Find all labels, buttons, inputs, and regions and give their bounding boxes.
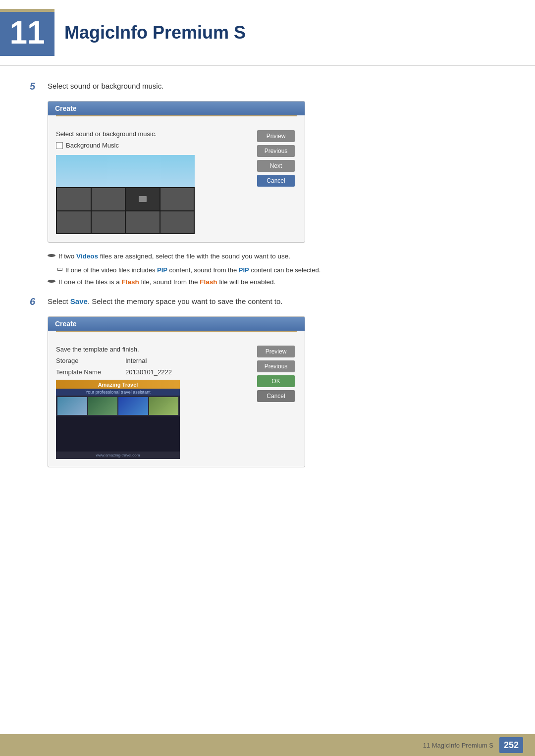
dialog-2-titlebar: Create [48, 317, 305, 331]
chapter-title: MagicInfo Premium S [64, 22, 246, 43]
dialog-1-buttons: Priview Previous Next Cancel [257, 130, 297, 234]
dialog-2: Create Save the template and finish. Sto… [48, 316, 305, 467]
chapter-number: 11 [0, 9, 54, 56]
tile-6 [92, 211, 125, 234]
dialog-2-preview: Amazing Travel Your professional travel … [56, 380, 180, 459]
template-value: 20130101_2222 [125, 368, 172, 376]
preview-button-2[interactable]: Preview [257, 346, 295, 357]
checkbox-label: Background Music [66, 142, 119, 149]
dialog-1-body: Select sound or background music. Backgr… [48, 122, 305, 242]
pa2-subheader-text: Your professional travel assistant [56, 389, 180, 396]
dialog-1-titlebar: Create [48, 101, 305, 115]
bullet-item-2: If one of the files is a Flash file, sou… [48, 277, 355, 287]
footer-text: 11 MagicInfo Premium S [423, 742, 493, 749]
bullet-text-2: If one of the files is a Flash file, sou… [58, 277, 275, 287]
priview-button[interactable]: Priview [257, 130, 295, 142]
storage-row: Storage Internal [56, 357, 252, 364]
footer-page-number: 252 [499, 737, 523, 753]
storage-label: Storage [56, 357, 110, 364]
tile-7 [126, 211, 160, 234]
step-6-row: 6 Select Save. Select the memory space y… [30, 296, 505, 307]
dialog-2-label: Save the template and finish. [56, 346, 252, 353]
preview-sky [56, 155, 195, 190]
bullet-dot-1 [48, 254, 55, 257]
dialog-2-left: Save the template and finish. Storage In… [56, 346, 252, 459]
cancel-button-1[interactable]: Cancel [257, 175, 295, 187]
page-header: 11 MagicInfo Premium S [0, 0, 535, 66]
pa2-header-text: Amazing Travel [56, 380, 180, 389]
pa2-img-1 [57, 397, 87, 415]
previous-button-2[interactable]: Previous [257, 360, 295, 372]
cancel-button-2[interactable]: Cancel [257, 390, 295, 402]
center-icon [139, 196, 147, 202]
bullet-item-1: If two Videos files are assigned, select… [48, 252, 355, 261]
dialog-2-divider [56, 331, 297, 332]
tile-2 [92, 188, 125, 210]
template-label: Template Name [56, 368, 110, 376]
bullet-sub-dot-1 [57, 268, 62, 271]
pa2-footer-text: www.amazing-travel.com [56, 452, 180, 459]
dialog-1-divider [56, 115, 297, 116]
step-5-text: Select sound or background music. [48, 81, 163, 90]
step-6-text: Select Save. Select the memory space you… [48, 296, 282, 305]
pa2-img-3 [118, 397, 148, 415]
bullet-text-1: If two Videos files are assigned, select… [58, 252, 290, 261]
page-footer: 11 MagicInfo Premium S 252 [0, 734, 535, 756]
dialog-1-label: Select sound or background music. [56, 130, 252, 138]
step-5-row: 5 Select sound or background music. [30, 81, 505, 92]
step-6-number: 6 [30, 296, 48, 307]
dialog-1-left: Select sound or background music. Backgr… [56, 130, 252, 234]
tile-4 [160, 188, 194, 210]
dialog-2-body: Save the template and finish. Storage In… [48, 338, 305, 467]
ok-button[interactable]: OK [257, 375, 295, 387]
tile-5 [57, 211, 91, 234]
page-content: 5 Select sound or background music. Crea… [0, 81, 535, 467]
bullet-sub-1: If one of the video files includes PIP c… [57, 265, 355, 275]
bullet-list-1: If two Videos files are assigned, select… [48, 252, 355, 287]
tile-center [126, 188, 160, 210]
dialog-1-preview [56, 155, 195, 234]
dialog-2-buttons: Preview Previous OK Cancel [257, 346, 297, 459]
pa2-images-grid [56, 396, 180, 416]
previous-button-1[interactable]: Previous [257, 145, 295, 157]
pa2-img-4 [149, 397, 179, 415]
checkbox-row[interactable]: Background Music [56, 142, 252, 149]
step-5-number: 5 [30, 81, 48, 92]
preview-tiles [56, 187, 195, 234]
template-name-row: Template Name 20130101_2222 [56, 368, 252, 376]
dialog-1: Create Select sound or background music.… [48, 101, 305, 243]
tile-8 [160, 211, 194, 234]
next-button[interactable]: Next [257, 160, 295, 172]
storage-value: Internal [125, 357, 147, 364]
bullet-dot-2 [48, 280, 55, 283]
pa2-img-2 [88, 397, 118, 415]
bullet-sub-text-1: If one of the video files includes PIP c… [65, 265, 321, 275]
background-music-checkbox[interactable] [56, 142, 63, 149]
tile-1 [57, 188, 91, 210]
